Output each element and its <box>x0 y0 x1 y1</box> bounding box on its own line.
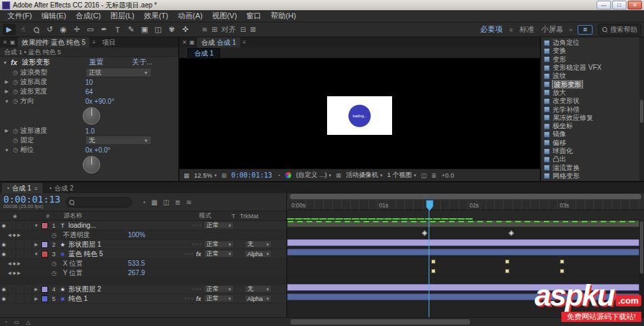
menu-item[interactable]: 编辑(E) <box>37 11 71 21</box>
navigator-thumb[interactable] <box>290 194 641 199</box>
menu-item[interactable]: 动画(A) <box>173 11 208 21</box>
keyframe-navigator[interactable]: ◀◆▶ <box>0 261 30 266</box>
mode-dropdown[interactable]: 正常▾ <box>204 241 234 248</box>
viewer-tab[interactable]: 合成 1 <box>188 48 220 58</box>
panel-menu-icon[interactable]: ≡ <box>92 39 95 45</box>
angle-dial[interactable] <box>83 156 100 174</box>
roi-icon[interactable]: ⊠ <box>336 172 341 179</box>
effect-item[interactable]: 果冻效应修复 <box>541 114 644 122</box>
mode-dropdown[interactable]: 正常▾ <box>204 295 234 302</box>
menu-item[interactable]: 文件(F) <box>3 11 37 21</box>
stopwatch-icon[interactable]: ◷ <box>11 69 20 76</box>
layer-row[interactable]: ◉▼3■蓝色 纯色 5▫ ▫ ▫fx正常▾Alpha▾ <box>0 249 286 259</box>
menu-icon[interactable]: ≡ <box>509 26 513 33</box>
av-cell[interactable] <box>24 294 33 303</box>
menu-item[interactable]: 窗口 <box>242 11 266 21</box>
av-cell[interactable] <box>24 285 33 293</box>
grid2-icon[interactable]: ⊞ <box>211 26 217 33</box>
property-value[interactable]: 10 <box>85 79 93 86</box>
scrollbar-thumb[interactable] <box>640 100 643 123</box>
pixel-aspect-icon[interactable]: ◫ <box>421 172 427 179</box>
effect-item[interactable]: 极坐标 <box>541 122 644 130</box>
eye-icon[interactable]: ◉ <box>0 294 8 303</box>
workspace-item[interactable]: 标准 <box>519 24 534 35</box>
wave-icon[interactable]: ≋ <box>202 26 207 33</box>
zoom-tool-icon[interactable]: Ϙ <box>28 21 45 38</box>
close-button[interactable]: ✕ <box>628 1 642 9</box>
minimize-button[interactable]: — <box>597 1 611 9</box>
twirl-icon[interactable]: ▼ <box>3 99 11 104</box>
keyframe[interactable] <box>560 269 564 273</box>
layer-duration-bar[interactable] <box>287 249 639 256</box>
reset-link[interactable]: 重置 <box>89 58 133 67</box>
layer-row[interactable]: ◉▶4★形状图层 2▫ ▫ ▫正常▾无▾ <box>0 285 286 294</box>
zoom-out-icon[interactable]: ◔ <box>4 319 7 325</box>
time-ruler[interactable]: 0:00s01s02s03s <box>287 200 644 210</box>
menu-item[interactable]: 图层(L) <box>106 11 139 21</box>
rotation-tool-icon[interactable]: ↺ <box>43 24 56 35</box>
keyframe-navigator[interactable]: ◀◆▶ <box>0 232 30 238</box>
stopwatch-icon[interactable]: ◷ <box>45 270 63 277</box>
brush-tool-icon[interactable]: ✎ <box>125 24 137 35</box>
av-cell[interactable] <box>8 285 16 293</box>
property-value[interactable]: 64 <box>85 88 93 96</box>
layer-name[interactable]: 形状图层 1 <box>67 240 165 249</box>
trkmat-dropdown[interactable]: 无▾ <box>244 241 272 248</box>
keyframe[interactable] <box>505 260 509 264</box>
layer-switches[interactable]: ▫ ▫ ▫fx <box>165 251 204 258</box>
layer-row[interactable]: ◉▶5■纯色 1▫ ▫ ▫fx正常▾Alpha▾ <box>0 294 286 304</box>
eye-icon[interactable]: ◉ <box>0 240 8 249</box>
always-preview-icon[interactable]: ▦ <box>184 172 190 179</box>
overflow-chevrons[interactable]: » <box>569 26 572 33</box>
workspace-item[interactable]: 小屏幕 <box>541 24 563 35</box>
panel-menu-icon[interactable]: ≡ <box>243 39 246 45</box>
twirl-icon[interactable]: ▶ <box>3 89 11 94</box>
av-cell[interactable] <box>24 221 33 230</box>
effect-item[interactable]: 变换 <box>541 47 644 55</box>
effect-item[interactable]: 球面化 <box>541 147 644 155</box>
twirl-icon[interactable]: ▼ <box>33 249 40 258</box>
twirl-icon[interactable]: ▼ <box>33 221 40 230</box>
property-value[interactable]: 533.5 <box>128 260 145 267</box>
keyframe[interactable] <box>431 269 435 273</box>
pan-behind-tool-icon[interactable]: ✛ <box>70 24 83 35</box>
stopwatch-icon[interactable]: ◷ <box>11 137 20 144</box>
layer-name[interactable]: loading... <box>67 222 165 229</box>
layer-name[interactable]: 形状图层 2 <box>67 285 165 294</box>
timeline-tab[interactable]: ▪合成 2 <box>44 183 79 193</box>
source-name-header[interactable]: 源名称 <box>64 211 160 220</box>
effect-item[interactable]: 光学补偿 <box>541 105 644 113</box>
label-chip[interactable] <box>41 222 48 229</box>
zoom-in-icon[interactable]: △ <box>26 319 30 325</box>
layer-name[interactable]: 蓝色 纯色 5 <box>67 249 165 259</box>
label-chip[interactable] <box>41 286 48 293</box>
layer-switches[interactable]: ▫ ▫ ▫ <box>165 241 204 247</box>
timeline-button-icon[interactable]: ≣ <box>431 172 437 179</box>
cc-sync-icon[interactable]: ≣ <box>578 25 593 35</box>
property-row[interactable]: ◀◆▶◷X 位置533.5 <box>0 259 286 268</box>
effect-item[interactable]: 镜像 <box>541 130 644 138</box>
av-cell[interactable] <box>16 285 24 293</box>
av-cell[interactable] <box>24 240 33 249</box>
puppet-pin-tool-icon[interactable]: ✜ <box>179 24 192 35</box>
snapshot-icon[interactable]: ◔ <box>277 172 280 179</box>
keyframe[interactable] <box>505 269 509 273</box>
zoom-slider[interactable]: ▭ <box>14 319 20 325</box>
twirl-icon[interactable]: ▶ <box>33 294 40 303</box>
effect-item[interactable]: 湍流置换 <box>541 163 644 171</box>
av-cell[interactable] <box>8 221 16 230</box>
stopwatch-icon[interactable]: ◷ <box>11 79 20 85</box>
label-chip[interactable] <box>41 251 48 258</box>
resolution-dropdown[interactable]: (自定义 ...) ▾ <box>296 171 331 180</box>
timeline-search-input[interactable]: Ϙ <box>66 197 132 207</box>
scrollbar-thumb[interactable] <box>291 319 470 325</box>
effect-item[interactable]: 变形 <box>541 56 644 64</box>
stopwatch-icon[interactable]: ◷ <box>11 98 20 104</box>
stopwatch-icon[interactable]: ◷ <box>11 88 20 95</box>
property-row[interactable]: ◀◆▶◷Y 位置267.9 <box>0 268 286 278</box>
current-time[interactable]: 0:00:01:13 00036 (25.00 fps) <box>3 195 60 210</box>
menu-item[interactable]: 视图(V) <box>207 11 242 21</box>
layer-number-header[interactable]: # <box>46 213 55 220</box>
property-value[interactable]: 1.0 <box>85 127 95 135</box>
fx-switch-icon[interactable]: fx <box>196 296 201 302</box>
